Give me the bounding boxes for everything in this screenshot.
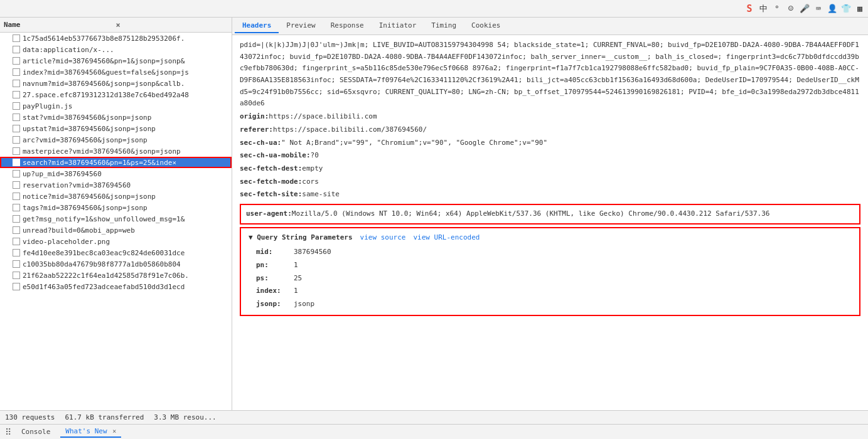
item-name: unread?build=0&mobi_app=web: [23, 226, 135, 235]
requests-count: 130 requests: [5, 413, 55, 421]
item-checkbox[interactable]: [13, 46, 20, 53]
tab-initiator[interactable]: Initiator: [372, 19, 424, 33]
whats-new-close[interactable]: ×: [112, 428, 116, 435]
list-item[interactable]: navnum?mid=387694560&jsonp=jsonp&callb.: [0, 78, 232, 89]
view-url-encoded-link[interactable]: view URL-encoded: [413, 232, 480, 244]
list-item[interactable]: notice?mid=387694560&jsonp=jsonp: [0, 191, 232, 202]
item-checkbox[interactable]: [13, 181, 20, 189]
item-name: reservation?vmid=387694560: [23, 181, 131, 189]
list-item[interactable]: unread?build=0&mobi_app=web: [0, 225, 232, 236]
list-item[interactable]: video-placeholder.png: [0, 236, 232, 247]
list-item[interactable]: masterpiece?vmid=387694560&jsonp=jsonp: [0, 145, 232, 157]
list-item[interactable]: payPlugin.js: [0, 100, 232, 112]
list-item[interactable]: index?mid=387694560&guest=false&jsonp=js: [0, 66, 232, 78]
list-item[interactable]: up?up_mid=387694560: [0, 168, 232, 179]
query-param-name-pn: pn:: [256, 260, 294, 272]
list-item[interactable]: 1c75ad5614eb53776673b8e875128b2953206f.: [0, 33, 232, 44]
list-item[interactable]: data:application/x-...: [0, 44, 232, 55]
user-icon[interactable]: 👤: [827, 3, 838, 14]
item-checkbox[interactable]: [13, 102, 20, 110]
referer-value: https://space.bilibili.com/387694560/: [273, 124, 860, 136]
tab-preview[interactable]: Preview: [279, 19, 323, 33]
cookie-header-row: pdid=|(k|k)JJm)J|0J'ulm~)Jmk|m; LIVE_BUV…: [240, 39, 860, 110]
item-checkbox[interactable]: [13, 34, 20, 42]
item-checkbox[interactable]: [13, 249, 20, 257]
whats-new-label: What's New: [65, 427, 107, 435]
query-param-value-jsonp: jsonp: [294, 299, 314, 310]
detail-content: pdid=|(k|k)JJm)J|0J'ulm~)Jmk|m; LIVE_BUV…: [232, 35, 868, 410]
tab-response[interactable]: Response: [323, 19, 372, 33]
item-checkbox[interactable]: [13, 272, 20, 279]
devtools-window: S 中 ° ☺ 🎤 ⌨ 👤 👕 ▦ Name × 1c75ad5614eb537…: [0, 0, 868, 439]
item-name: article?mid=387694560&pn=1&jsonp=jsonp&: [23, 57, 185, 65]
item-checkbox[interactable]: [13, 193, 20, 200]
item-checkbox[interactable]: [13, 226, 20, 234]
item-name: video-placeholder.png: [23, 238, 110, 246]
item-checkbox[interactable]: [13, 215, 20, 223]
transferred-size: 61.7 kB transferred: [65, 413, 144, 421]
item-checkbox[interactable]: [13, 147, 20, 155]
item-checkbox[interactable]: [13, 68, 20, 76]
user-agent-label: user-agent:: [246, 208, 292, 220]
list-item[interactable]: 21f62aab52222c1f64ea1d42585d78f91e7c06b.: [0, 270, 232, 281]
list-item-selected[interactable]: search?mid=387694560&pn=1&ps=25&inde×: [0, 157, 232, 168]
chinese-icon[interactable]: 中: [758, 3, 769, 14]
list-item[interactable]: fe4d10ee8e391bec8ca03eac9c824de60031dce: [0, 247, 232, 258]
sec-ch-ua-label: sec-ch-ua:: [240, 137, 281, 149]
item-name: 21f62aab52222c1f64ea1d42585d78f91e7c06b.: [23, 272, 189, 280]
query-param-name-ps: ps:: [256, 273, 294, 285]
user-agent-box: user-agent: Mozilla/5.0 (Windows NT 10.0…: [240, 204, 860, 225]
tab-cookies[interactable]: Cookies: [464, 19, 508, 33]
keyboard-icon[interactable]: ⌨: [813, 3, 824, 14]
list-item[interactable]: 27.space.efc8719312312d138e7c64bed492a48: [0, 89, 232, 100]
list-item[interactable]: stat?vmid=387694560&jsonp=jsonp: [0, 112, 232, 123]
query-param-index: index: 1: [249, 285, 852, 298]
item-name: index?mid=387694560&guest=false&jsonp=js: [23, 68, 189, 77]
s-icon[interactable]: S: [744, 3, 755, 14]
list-item[interactable]: tags?mid=387694560&jsonp=jsonp: [0, 202, 232, 213]
sec-ch-ua-header-row: sec-ch-ua: " Not A;Brand";v="99", "Chrom…: [240, 137, 860, 150]
sec-fetch-mode-value: cors: [302, 176, 860, 188]
list-item[interactable]: e50d1f463a05fed723adceaefabd510dd3d1ecd: [0, 281, 232, 292]
list-item[interactable]: upstat?mid=387694560&jsonp=jsonp: [0, 123, 232, 134]
list-item[interactable]: get?msg_notify=1&show_unfollowed_msg=1&: [0, 213, 232, 225]
item-checkbox[interactable]: [13, 136, 20, 144]
item-checkbox[interactable]: [13, 159, 20, 166]
mic-icon[interactable]: 🎤: [799, 3, 810, 14]
item-name: get?msg_notify=1&show_unfollowed_msg=1&: [23, 215, 185, 223]
item-checkbox[interactable]: [13, 283, 20, 290]
item-checkbox[interactable]: [13, 125, 20, 132]
item-checkbox[interactable]: [13, 91, 20, 98]
item-name: fe4d10ee8e391bec8ca03eac9c824de60031dce: [23, 249, 185, 257]
tab-console[interactable]: Console: [16, 426, 55, 437]
face-icon[interactable]: ☺: [785, 3, 796, 14]
view-source-link[interactable]: view source: [360, 232, 406, 244]
item-checkbox[interactable]: [13, 260, 20, 268]
tab-timing[interactable]: Timing: [424, 19, 464, 33]
item-checkbox[interactable]: [13, 238, 20, 245]
query-param-pn: pn: 1: [249, 259, 852, 272]
sec-fetch-site-value: same-site: [302, 189, 860, 201]
item-checkbox[interactable]: [13, 204, 20, 211]
query-section-title: ▼ Query String Parameters view source vi…: [249, 232, 852, 244]
item-checkbox[interactable]: [13, 57, 20, 65]
settings-dots-icon: ⠿: [5, 427, 11, 437]
tab-whats-new[interactable]: What's New ×: [60, 426, 121, 438]
item-name: stat?vmid=387694560&jsonp=jsonp: [23, 114, 151, 122]
network-list-close[interactable]: ×: [114, 21, 228, 29]
list-item[interactable]: reservation?vmid=387694560: [0, 179, 232, 191]
sec-ch-ua-mobile-label: sec-ch-ua-mobile:: [240, 150, 311, 162]
grid-icon[interactable]: ▦: [854, 3, 865, 14]
item-checkbox[interactable]: [13, 114, 20, 121]
shirt-icon[interactable]: 👕: [840, 3, 852, 14]
list-item[interactable]: article?mid=387694560&pn=1&jsonp=jsonp&: [0, 55, 232, 66]
tab-headers[interactable]: Headers: [235, 19, 279, 33]
list-item[interactable]: c10035bb80da47679b98f8777a1db05860b804: [0, 258, 232, 270]
item-checkbox[interactable]: [13, 80, 20, 87]
dot-icon[interactable]: °: [771, 3, 783, 14]
network-list-title: Name: [4, 21, 114, 29]
list-item[interactable]: arc?vmid=387694560&jsonp=jsonp: [0, 134, 232, 145]
sec-fetch-mode-header-row: sec-fetch-mode: cors: [240, 176, 860, 189]
status-bar: 130 requests 61.7 kB transferred 3.3 MB …: [0, 410, 868, 424]
item-checkbox[interactable]: [13, 170, 20, 177]
